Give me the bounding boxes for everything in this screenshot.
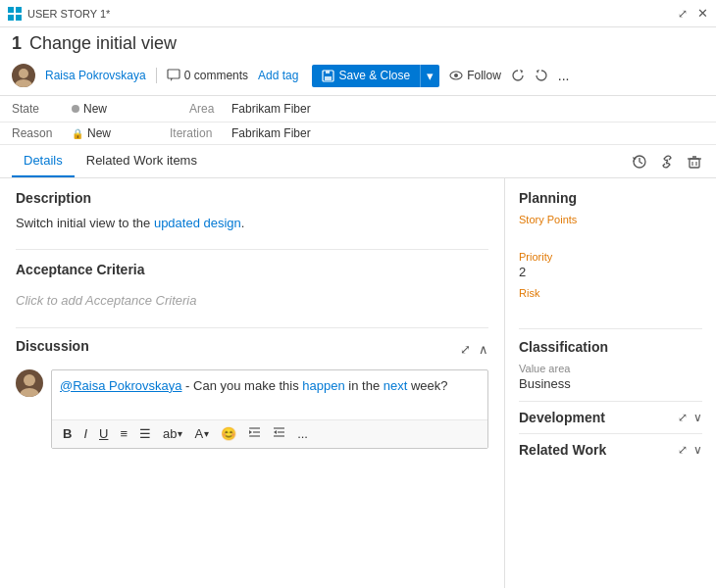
description-title: Description [16,190,488,206]
disc-text-part2: in the [348,378,383,393]
tab-related-work-items[interactable]: Related Work items [75,145,209,177]
underline-button[interactable]: U [94,424,113,443]
tab-icon-group [630,148,704,175]
area-value[interactable]: Fabrikam Fiber [231,102,311,116]
tabs-bar: Details Related Work items [0,145,716,178]
svg-point-4 [19,69,28,78]
reason-value[interactable]: 🔒 New [72,126,111,140]
state-value[interactable]: New [72,102,107,116]
tab-details[interactable]: Details [12,145,75,177]
save-dropdown-button[interactable]: ▾ [420,65,439,87]
title-bar-left: USER STORY 1* [8,7,110,21]
outdent-icon [273,426,285,439]
dev-chevron-icon[interactable]: ∨ [693,411,702,424]
svg-rect-3 [16,15,22,21]
classification-title: Classification [519,339,702,355]
bold-button[interactable]: B [58,424,77,443]
save-close-group: Save & Close ▾ [312,65,439,87]
discussion-editor[interactable]: @Raisa Pokrovskaya - Can you make this h… [51,369,488,449]
more-button[interactable]: ... [558,68,570,83]
desc-highlight: updated design [154,216,241,230]
disc-more-button[interactable]: ... [292,424,313,443]
development-section: Development ⤢ ∨ [519,401,702,425]
state-label: State [12,102,66,116]
iteration-value[interactable]: Fabrikam Fiber [231,126,311,140]
iteration-label: Iteration [170,126,224,140]
user-name[interactable]: Raisa Pokrovskaya [45,69,146,82]
related-work-header[interactable]: Related Work ⤢ ∨ [519,442,702,458]
description-content[interactable]: Switch initial view to the updated desig… [16,214,488,233]
story-points-value[interactable] [519,227,702,243]
save-close-button[interactable]: Save & Close [312,65,420,87]
svg-rect-0 [8,7,14,13]
state-field: State New [12,102,107,116]
related-chevron-icon[interactable]: ∨ [693,443,702,457]
discussion-controls: ⤢ ∧ [460,342,488,357]
italic-button[interactable]: I [78,424,92,443]
collapse-icon[interactable]: ∧ [479,342,488,357]
related-expand-icon[interactable]: ⤢ [678,443,688,457]
title-bar-app-name: USER STORY 1* [27,8,110,20]
trash-icon[interactable] [685,152,704,172]
font-color-button[interactable]: A▾ [189,424,214,443]
story-points-label: Story Points [519,214,702,225]
svg-rect-6 [168,70,179,78]
discussion-body: @Raisa Pokrovskaya - Can you make this h… [16,369,488,449]
refresh-icon[interactable] [511,69,525,82]
follow-button[interactable]: Follow [449,69,501,82]
left-panel: Description Switch initial view to the u… [0,178,505,588]
meta-row: State New Area Fabrikam Fiber [0,96,716,122]
main-content: Description Switch initial view to the u… [0,178,716,588]
development-header[interactable]: Development ⤢ ∨ [519,410,702,425]
close-icon[interactable]: ✕ [697,6,708,21]
indent-icon [248,426,261,439]
comment-icon [167,69,180,82]
risk-label: Risk [519,287,702,299]
svg-point-20 [20,388,39,397]
acceptance-title: Acceptance Criteria [16,262,488,277]
eye-icon [449,69,463,82]
meta-row-2: Reason 🔒 New Iteration Fabrikam Fiber [0,122,716,145]
restore-icon[interactable]: ⤢ [678,7,688,21]
area-field: Area Fabrikam Fiber [189,102,311,116]
acceptance-section: Acceptance Criteria Click to add Accepta… [16,249,488,316]
reason-field: Reason 🔒 New [12,126,111,140]
discussion-mention[interactable]: @Raisa Pokrovskaya [60,378,181,393]
priority-value[interactable]: 2 [519,265,702,279]
dev-expand-icon[interactable]: ⤢ [678,411,688,424]
align-button[interactable]: ≡ [115,424,132,443]
svg-rect-8 [325,76,332,80]
toolbar: Raisa Pokrovskaya 0 comments Add tag Sav… [12,60,704,91]
link-icon[interactable] [657,152,677,172]
comments-button[interactable]: 0 comments [167,69,248,82]
discussion-title: Discussion [16,338,89,354]
risk-value[interactable] [519,301,702,317]
svg-rect-9 [326,71,330,74]
reason-label: Reason [12,126,66,140]
iteration-field: Iteration Fabrikam Fiber [170,126,311,140]
work-item-header: 1 Change initial view Raisa Pokrovskaya … [0,27,716,96]
desc-text-1: Switch initial view to the [16,216,154,230]
history-icon[interactable] [630,152,649,172]
outdent-button[interactable] [268,424,290,444]
classification-section: Classification Value area Business [519,328,702,391]
value-area-value[interactable]: Business [519,376,702,391]
acceptance-placeholder[interactable]: Click to add Acceptance Criteria [16,285,488,316]
title-bar: USER STORY 1* ⤢ ✕ [0,0,716,27]
emoji-button[interactable]: 😊 [216,424,241,443]
list-button[interactable]: ☰ [134,424,156,443]
highlight-button[interactable]: ab▾ [158,424,187,443]
undo-icon[interactable] [535,69,548,82]
svg-point-11 [454,74,458,77]
work-item-title[interactable]: Change initial view [29,33,177,54]
expand-icon[interactable]: ⤢ [460,342,471,357]
avatar [12,64,35,87]
divider-1 [156,68,157,83]
indent-button[interactable] [243,424,266,444]
disc-highlight1: happen [302,378,344,393]
disc-text-part3: week? [411,378,448,393]
add-tag-button[interactable]: Add tag [258,69,298,82]
area-label: Area [189,102,224,116]
planning-title: Planning [519,190,702,206]
state-dot [72,105,79,113]
